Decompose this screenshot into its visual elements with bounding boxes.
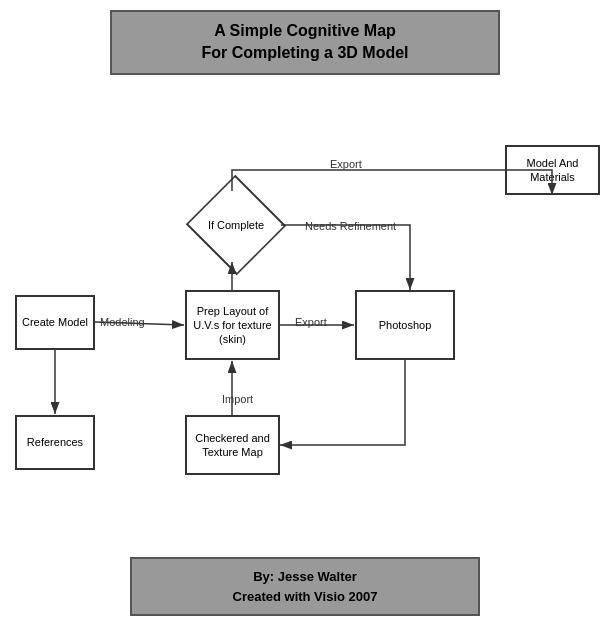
photoshop-label: Photoshop: [379, 318, 432, 332]
checkered-box: Checkered and Texture Map: [185, 415, 280, 475]
import-label: Import: [222, 393, 253, 405]
photoshop-box: Photoshop: [355, 290, 455, 360]
footer-line2: Created with Visio 2007: [233, 589, 378, 604]
if-complete-label: If Complete: [208, 219, 264, 231]
footer-box: By: Jesse Walter Created with Visio 2007: [130, 557, 480, 616]
create-model-box: Create Model: [15, 295, 95, 350]
footer-line1: By: Jesse Walter: [253, 569, 357, 584]
references-box: References: [15, 415, 95, 470]
title-box: A Simple Cognitive Map For Completing a …: [110, 10, 500, 75]
model-materials-label: Model And Materials: [507, 156, 598, 185]
export-right-label: Export: [295, 316, 327, 328]
create-model-label: Create Model: [22, 315, 88, 329]
prep-layout-label: Prep Layout of U.V.s for texture (skin): [187, 304, 278, 347]
prep-layout-box: Prep Layout of U.V.s for texture (skin): [185, 290, 280, 360]
title-line1: A Simple Cognitive Map: [214, 22, 396, 39]
model-materials-box: Model And Materials: [505, 145, 600, 195]
title-line2: For Completing a 3D Model: [201, 44, 408, 61]
if-complete-diamond: If Complete: [191, 190, 281, 260]
export-top-label: Export: [330, 158, 362, 170]
needs-refinement-label: Needs Refinement: [305, 220, 396, 232]
modeling-label: Modeling: [100, 316, 145, 328]
checkered-label: Checkered and Texture Map: [187, 431, 278, 460]
references-label: References: [27, 435, 83, 449]
